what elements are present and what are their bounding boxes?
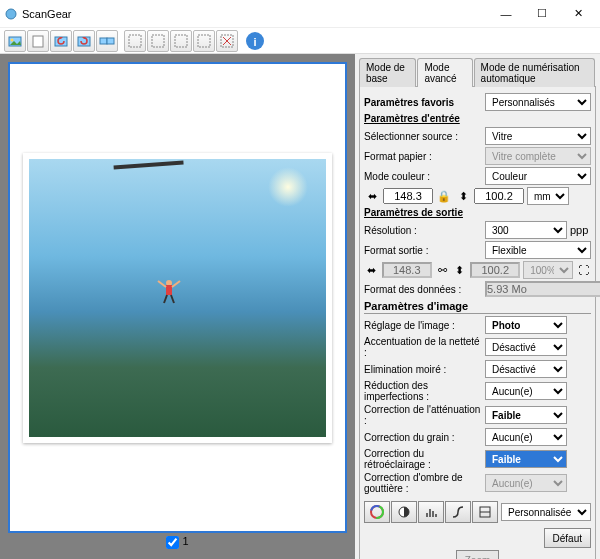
svg-rect-18 <box>166 285 172 295</box>
svg-rect-29 <box>432 511 434 517</box>
default-button[interactable]: Défaut <box>544 528 591 548</box>
adjust-select[interactable]: Photo <box>485 316 567 334</box>
dust-select[interactable]: Aucun(e) <box>485 382 567 400</box>
thumb-single-button[interactable] <box>4 30 26 52</box>
datasize-label: Format des données : <box>364 284 482 295</box>
favorites-label: Paramètres favoris <box>364 97 482 108</box>
lock-icon[interactable]: 🔒 <box>436 188 452 204</box>
preview-checkbox[interactable] <box>166 536 179 549</box>
tab-auto[interactable]: Mode de numérisation automatique <box>474 58 595 87</box>
colormode-label: Mode couleur : <box>364 171 482 182</box>
fade-select[interactable]: Faible <box>485 406 567 424</box>
svg-rect-28 <box>429 509 431 517</box>
input-height[interactable] <box>474 188 524 204</box>
svg-line-21 <box>164 295 167 303</box>
out-height <box>470 262 520 278</box>
moire-select[interactable]: Désactivé <box>485 360 567 378</box>
svg-line-19 <box>158 281 166 287</box>
input-section: Paramètres d'entrée <box>364 113 591 125</box>
app-icon <box>4 7 18 21</box>
svg-rect-30 <box>435 514 437 517</box>
tab-advanced[interactable]: Mode avancé <box>417 58 472 87</box>
out-height-icon: ⬍ <box>453 262 468 278</box>
input-unit[interactable]: mm <box>527 187 569 205</box>
svg-rect-7 <box>107 38 114 44</box>
crop-br-button[interactable] <box>193 30 215 52</box>
resolution-select[interactable]: 300 <box>485 221 567 239</box>
dust-label: Réduction des imperfections : <box>364 380 482 402</box>
crop-tr-button[interactable] <box>147 30 169 52</box>
source-label: Sélectionner source : <box>364 131 482 142</box>
fade-label: Correction de l'atténuation : <box>364 404 482 426</box>
preview-pane: 1 <box>0 54 355 559</box>
thumb-multi-button[interactable] <box>96 30 118 52</box>
gutter-label: Correction d'ombre de gouttière : <box>364 472 482 494</box>
colormode-select[interactable]: Couleur <box>485 167 591 185</box>
source-select[interactable]: Vitre <box>485 127 591 145</box>
thumb-rotate-right-button[interactable] <box>73 30 95 52</box>
svg-line-20 <box>172 281 180 287</box>
svg-rect-3 <box>33 36 43 47</box>
preview-photo <box>23 153 331 443</box>
svg-text:i: i <box>253 36 256 48</box>
grain-select[interactable]: Aucun(e) <box>485 428 567 446</box>
minimize-button[interactable]: — <box>488 2 524 26</box>
outformat-label: Format sortie : <box>364 245 482 256</box>
svg-rect-6 <box>100 38 107 44</box>
zoom-button: Zoom <box>456 550 500 559</box>
grain-label: Correction du grain : <box>364 432 482 443</box>
svg-point-2 <box>11 38 14 41</box>
backlight-select[interactable]: Faible <box>485 450 567 468</box>
out-pct: 100% <box>523 261 573 279</box>
threshold-button[interactable] <box>472 501 498 523</box>
link-icon: ⚯ <box>435 262 450 278</box>
crop-tl-button[interactable] <box>124 30 146 52</box>
resolution-unit: ppp <box>570 224 588 236</box>
close-window-button[interactable]: ✕ <box>560 2 596 26</box>
resolution-label: Résolution : <box>364 225 482 236</box>
crop-clear-button[interactable] <box>216 30 238 52</box>
histogram-button[interactable] <box>418 501 444 523</box>
favorites-select[interactable]: Personnalisés <box>485 93 591 111</box>
curve-button[interactable] <box>445 501 471 523</box>
color-preset-select[interactable]: Personnalisée <box>501 503 591 521</box>
thumb-rotate-left-button[interactable] <box>50 30 72 52</box>
moire-label: Elimination moiré : <box>364 364 482 375</box>
preview-number: 1 <box>182 535 188 547</box>
out-width-icon: ⬌ <box>364 262 379 278</box>
input-width[interactable] <box>383 188 433 204</box>
svg-point-0 <box>6 9 16 19</box>
brightness-button[interactable] <box>391 501 417 523</box>
toolbar: i <box>0 28 600 54</box>
preview-image-frame[interactable] <box>8 62 347 533</box>
paper-select: Vitre complète <box>485 147 591 165</box>
maximize-button[interactable]: ☐ <box>524 2 560 26</box>
svg-line-22 <box>171 295 174 303</box>
adjust-label: Réglage de l'image : <box>364 320 482 331</box>
svg-rect-11 <box>198 35 210 47</box>
svg-rect-8 <box>129 35 141 47</box>
titlebar: ScanGear — ☐ ✕ <box>0 0 600 28</box>
svg-rect-10 <box>175 35 187 47</box>
sharpen-select[interactable]: Désactivé <box>485 338 567 356</box>
crop-bl-button[interactable] <box>170 30 192 52</box>
height-icon: ⬍ <box>455 188 471 204</box>
svg-rect-27 <box>426 513 428 517</box>
gutter-select: Aucun(e) <box>485 474 567 492</box>
out-width <box>382 262 432 278</box>
thumb-blank-button[interactable] <box>27 30 49 52</box>
info-button[interactable]: i <box>244 30 266 52</box>
image-section: Paramètres d'image <box>364 300 591 314</box>
sharpen-label: Accentuation de la netteté : <box>364 336 482 358</box>
settings-panel: Mode de base Mode avancé Mode de numéris… <box>355 54 600 559</box>
preview-checkbox-row: 1 <box>8 533 347 551</box>
datasize-value <box>485 281 600 297</box>
color-wheel-button[interactable] <box>364 501 390 523</box>
output-section: Paramètres de sortie <box>364 207 591 219</box>
width-icon: ⬌ <box>364 188 380 204</box>
scale-icon[interactable]: ⛶ <box>576 262 591 278</box>
svg-rect-9 <box>152 35 164 47</box>
outformat-select[interactable]: Flexible <box>485 241 591 259</box>
window-title: ScanGear <box>18 8 488 20</box>
tab-base[interactable]: Mode de base <box>359 58 416 87</box>
